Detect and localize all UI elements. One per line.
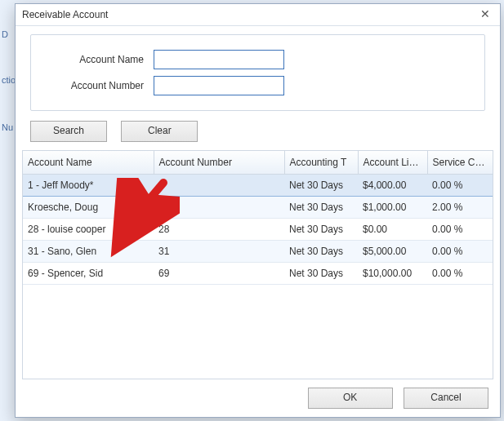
search-button[interactable]: Search bbox=[30, 121, 107, 142]
cell-limit: $1,000.00 bbox=[358, 197, 427, 219]
cell-limit: $0.00 bbox=[358, 219, 427, 241]
cell-terms: Net 30 Days bbox=[284, 219, 358, 241]
cell-terms: Net 30 Days bbox=[284, 197, 358, 219]
accounts-grid: Account Name Account Number Accounting T… bbox=[22, 150, 493, 379]
account-name-row: Account Name bbox=[46, 48, 470, 71]
cell-number: 1 bbox=[154, 175, 284, 197]
ok-button[interactable]: OK bbox=[308, 388, 393, 409]
cell-number: 31 bbox=[154, 241, 284, 263]
dialog-titlebar: Receivable Account ✕ bbox=[16, 4, 500, 26]
col-header-terms[interactable]: Accounting T bbox=[284, 151, 358, 175]
account-name-label: Account Name bbox=[46, 54, 154, 65]
table-header-row: Account Name Account Number Accounting T… bbox=[23, 151, 493, 175]
table-row[interactable]: Kroesche, DougNet 30 Days$1,000.002.00 % bbox=[23, 197, 493, 219]
cell-limit: $10,000.00 bbox=[358, 263, 427, 285]
dialog-footer: OK Cancel bbox=[16, 379, 500, 417]
table-row[interactable]: 69 - Spencer, Sid69Net 30 Days$10,000.00… bbox=[23, 263, 493, 285]
col-header-number[interactable]: Account Number bbox=[154, 151, 284, 175]
cell-service: 0.00 % bbox=[427, 219, 493, 241]
col-header-service[interactable]: Service Charg bbox=[427, 151, 493, 175]
search-form-panel: Account Name Account Number bbox=[16, 26, 500, 114]
dialog-title: Receivable Account bbox=[22, 4, 108, 25]
account-number-row: Account Number bbox=[46, 74, 470, 97]
cell-name: 31 - Sano, Glen bbox=[23, 241, 154, 263]
cell-number: 28 bbox=[154, 219, 284, 241]
cell-number bbox=[154, 197, 284, 219]
cell-terms: Net 30 Days bbox=[284, 263, 358, 285]
account-number-input[interactable] bbox=[154, 76, 284, 95]
account-number-label: Account Number bbox=[46, 80, 154, 91]
table-row[interactable]: 31 - Sano, Glen31Net 30 Days$5,000.000.0… bbox=[23, 241, 493, 263]
bg-text: D bbox=[2, 29, 8, 39]
cell-service: 2.00 % bbox=[427, 197, 493, 219]
cell-service: 0.00 % bbox=[427, 263, 493, 285]
cell-number: 69 bbox=[154, 263, 284, 285]
col-header-name[interactable]: Account Name bbox=[23, 151, 154, 175]
table-row[interactable]: 28 - louise cooper28Net 30 Days$0.000.00… bbox=[23, 219, 493, 241]
cell-limit: $5,000.00 bbox=[358, 241, 427, 263]
account-name-input[interactable] bbox=[154, 50, 284, 69]
cell-service: 0.00 % bbox=[427, 175, 493, 197]
accounts-table: Account Name Account Number Accounting T… bbox=[23, 151, 493, 285]
cell-service: 0.00 % bbox=[427, 241, 493, 263]
search-button-row: Search Clear bbox=[16, 114, 500, 150]
close-icon[interactable]: ✕ bbox=[477, 7, 493, 23]
cell-limit: $4,000.00 bbox=[358, 175, 427, 197]
background-window-hints: D ctio Nu bbox=[0, 0, 16, 421]
cell-name: 69 - Spencer, Sid bbox=[23, 263, 154, 285]
bg-text: ctio bbox=[2, 75, 16, 85]
bg-text: Nu bbox=[2, 122, 13, 132]
cancel-button[interactable]: Cancel bbox=[404, 388, 488, 409]
cell-name: 1 - Jeff Moody* bbox=[23, 175, 154, 197]
clear-button[interactable]: Clear bbox=[121, 121, 198, 142]
cell-terms: Net 30 Days bbox=[284, 241, 358, 263]
search-form-box: Account Name Account Number bbox=[30, 34, 485, 111]
cell-terms: Net 30 Days bbox=[284, 175, 358, 197]
cell-name: 28 - louise cooper bbox=[23, 219, 154, 241]
receivable-account-dialog: Receivable Account ✕ Account Name Accoun… bbox=[15, 3, 501, 418]
table-row[interactable]: 1 - Jeff Moody*1Net 30 Days$4,000.000.00… bbox=[23, 175, 493, 197]
col-header-limit[interactable]: Account Limit bbox=[358, 151, 427, 175]
cell-name: Kroesche, Doug bbox=[23, 197, 154, 219]
